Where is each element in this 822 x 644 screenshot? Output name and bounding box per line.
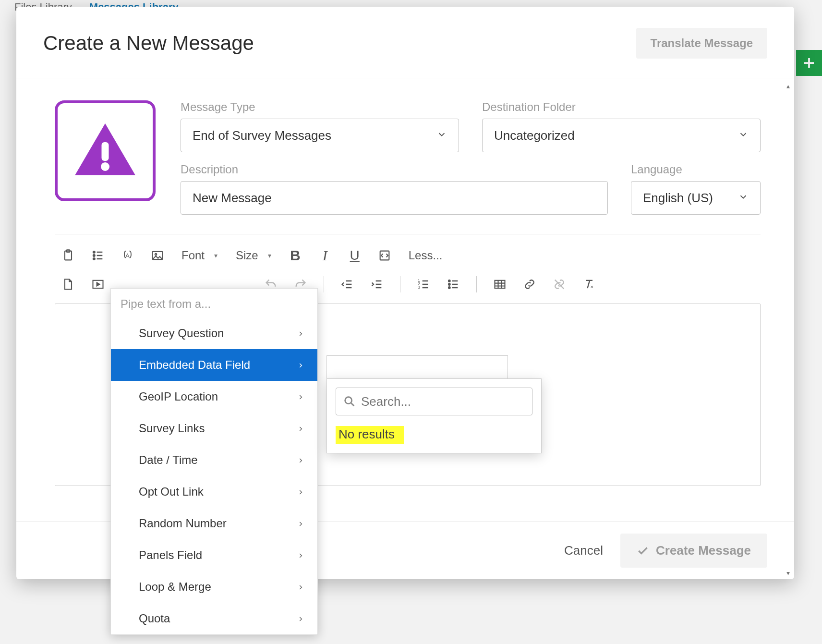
pipe-menu-item-label: Date / Time bbox=[139, 453, 198, 467]
pipe-menu-item-label: GeoIP Location bbox=[139, 390, 218, 403]
chevron-right-icon bbox=[297, 517, 304, 530]
svg-point-15 bbox=[448, 280, 450, 282]
message-type-select[interactable]: End of Survey Messages bbox=[181, 119, 459, 152]
chevron-right-icon bbox=[297, 485, 304, 498]
scroll-up-arrow[interactable] bbox=[784, 82, 792, 90]
svg-text:×: × bbox=[590, 283, 593, 290]
pipe-menu-item[interactable]: Survey Links bbox=[111, 413, 317, 444]
modal-header: Create a New Message Translate Message bbox=[16, 7, 794, 78]
destination-folder-value: Uncategorized bbox=[494, 128, 575, 143]
outdent-icon[interactable] bbox=[337, 274, 358, 295]
file-icon[interactable] bbox=[58, 274, 79, 295]
svg-point-9 bbox=[155, 254, 157, 255]
chevron-right-icon bbox=[297, 422, 304, 435]
pipe-menu-item-label: Survey Links bbox=[139, 422, 205, 435]
embedded-data-search[interactable] bbox=[336, 388, 532, 415]
message-type-icon bbox=[55, 100, 156, 201]
description-label: Description bbox=[181, 163, 608, 176]
language-value: English (US) bbox=[643, 191, 713, 206]
chevron-right-icon bbox=[297, 453, 304, 467]
indent-icon[interactable] bbox=[366, 274, 387, 295]
pipe-menu-item-label: Opt Out Link bbox=[139, 485, 204, 498]
pipe-menu-item-label: Quota bbox=[139, 612, 170, 625]
bold-button[interactable]: B bbox=[285, 245, 306, 266]
chevron-right-icon bbox=[297, 327, 304, 340]
pipe-menu-item[interactable]: Panels Field bbox=[111, 539, 317, 571]
pipe-menu-item[interactable]: Random Number bbox=[111, 508, 317, 539]
remove-format-icon[interactable]: × bbox=[579, 274, 600, 295]
pipe-menu-item[interactable]: Date / Time bbox=[111, 444, 317, 476]
chevron-down-icon bbox=[738, 191, 749, 206]
link-icon[interactable] bbox=[519, 274, 540, 295]
language-select[interactable]: English (US) bbox=[631, 181, 761, 215]
media-icon[interactable] bbox=[87, 274, 109, 295]
unlink-icon[interactable] bbox=[549, 274, 570, 295]
toolbar-divider bbox=[476, 276, 477, 292]
warning-triangle-icon bbox=[69, 115, 141, 187]
piped-text-icon[interactable]: A bbox=[117, 245, 138, 266]
svg-point-1 bbox=[101, 162, 109, 171]
svg-point-17 bbox=[448, 287, 450, 289]
language-label: Language bbox=[631, 163, 761, 176]
svg-rect-18 bbox=[495, 280, 505, 288]
source-icon[interactable] bbox=[374, 245, 395, 266]
message-type-label: Message Type bbox=[181, 100, 459, 114]
no-results-text: No results bbox=[336, 426, 404, 444]
piped-text-menu: Pipe text from a... Survey QuestionEmbed… bbox=[110, 288, 318, 635]
embedded-data-search-input[interactable] bbox=[361, 394, 525, 409]
svg-point-16 bbox=[448, 283, 450, 285]
description-input[interactable]: New Message bbox=[181, 181, 608, 215]
chevron-right-icon bbox=[297, 548, 304, 562]
bullet-list-icon[interactable] bbox=[443, 274, 464, 295]
check-icon bbox=[637, 545, 649, 557]
italic-button[interactable]: I bbox=[314, 245, 336, 266]
svg-text:A: A bbox=[126, 252, 130, 258]
embedded-data-popover: No results bbox=[326, 378, 542, 453]
chevron-right-icon bbox=[297, 390, 304, 403]
destination-folder-label: Destination Folder bbox=[482, 100, 761, 114]
svg-point-6 bbox=[93, 258, 95, 260]
toolbar-divider bbox=[400, 276, 400, 292]
pipe-menu-item[interactable]: Embedded Data Field bbox=[111, 349, 317, 381]
pipe-menu-item[interactable]: Opt Out Link bbox=[111, 476, 317, 508]
search-icon bbox=[343, 395, 356, 408]
create-message-button[interactable]: Create Message bbox=[620, 534, 767, 568]
font-dropdown[interactable]: Font bbox=[177, 249, 222, 262]
pipe-menu-item-label: Survey Question bbox=[139, 327, 224, 340]
translate-message-button[interactable]: Translate Message bbox=[636, 28, 767, 59]
pipe-menu-item-label: Random Number bbox=[139, 517, 227, 530]
svg-text:3: 3 bbox=[418, 285, 420, 290]
pipe-menu-item[interactable]: Quota bbox=[111, 603, 317, 634]
pipe-menu-item[interactable]: GeoIP Location bbox=[111, 381, 317, 413]
description-value: New Message bbox=[193, 191, 272, 206]
size-dropdown[interactable]: Size bbox=[231, 249, 276, 262]
pipe-menu-item-label: Embedded Data Field bbox=[139, 358, 250, 372]
paste-icon[interactable] bbox=[58, 245, 79, 266]
chevron-right-icon bbox=[297, 612, 304, 625]
pipe-menu-item[interactable]: Survey Question bbox=[111, 317, 317, 349]
svg-point-20 bbox=[345, 397, 352, 404]
cancel-button[interactable]: Cancel bbox=[564, 543, 603, 558]
modal-title: Create a New Message bbox=[43, 32, 254, 55]
chevron-right-icon bbox=[297, 580, 304, 594]
numbered-list-icon[interactable]: 123 bbox=[413, 274, 434, 295]
chevron-down-icon bbox=[738, 128, 749, 143]
submenu-anchor-box bbox=[326, 355, 508, 381]
image-icon[interactable] bbox=[147, 245, 168, 266]
table-icon[interactable] bbox=[489, 274, 510, 295]
pipe-menu-item-label: Panels Field bbox=[139, 548, 202, 562]
chevron-right-icon bbox=[297, 358, 304, 372]
pipe-menu-item[interactable]: Loop & Merge bbox=[111, 571, 317, 603]
chevron-down-icon bbox=[436, 128, 447, 143]
toolbar-divider bbox=[324, 276, 324, 292]
underline-button[interactable]: U bbox=[344, 245, 365, 266]
message-type-value: End of Survey Messages bbox=[193, 128, 331, 143]
svg-point-5 bbox=[93, 255, 95, 256]
destination-folder-select[interactable]: Uncategorized bbox=[482, 119, 761, 152]
less-toggle[interactable]: Less... bbox=[404, 249, 447, 262]
svg-rect-0 bbox=[102, 142, 109, 161]
pipe-menu-item-label: Loop & Merge bbox=[139, 580, 211, 594]
piped-text-menu-header: Pipe text from a... bbox=[111, 289, 317, 317]
bulleted-list-icon[interactable] bbox=[87, 245, 109, 266]
svg-point-4 bbox=[93, 251, 95, 253]
